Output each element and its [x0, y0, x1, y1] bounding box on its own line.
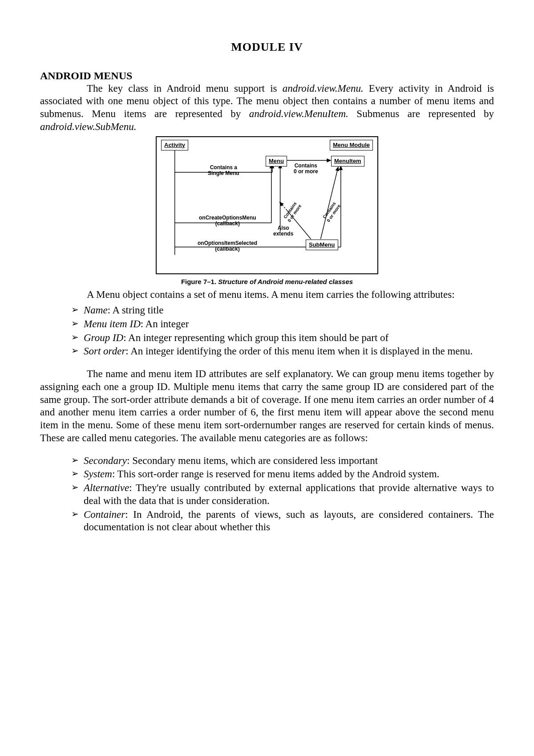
term: System: [84, 468, 112, 480]
term-desc: : They're usually contributed by externa…: [84, 482, 494, 506]
module-title: MODULE IV: [40, 40, 494, 55]
term-desc: : A string title: [108, 305, 164, 316]
term: Sort order: [84, 345, 125, 357]
term: Menu item ID: [84, 318, 141, 329]
term: Group ID: [84, 332, 123, 343]
paragraph-attributes-lead: A Menu object contains a set of menu ite…: [40, 289, 494, 301]
diagram-label: Contains0 or more: [282, 200, 302, 223]
diagram-box-menu: Menu: [266, 156, 287, 167]
diagram-label: onOptionsItemSelected(callback): [198, 240, 257, 253]
diagram-box-menuitem: MenuItem: [331, 156, 364, 167]
figure-caption: Figure 7–1. Structure of Android menu-re…: [181, 278, 353, 286]
diagram-box-activity: Activity: [161, 140, 188, 150]
term: Name: [84, 305, 108, 316]
list-item: System: This sort-order range is reserve…: [71, 468, 494, 481]
list-item: Secondary: Secondary menu items, which a…: [71, 455, 494, 467]
class-name: android.view.Menu.: [283, 83, 364, 94]
class-name: android.view.SubMenu.: [40, 121, 137, 132]
figure-desc: Structure of Android menu-related classe…: [218, 278, 353, 285]
diagram-label: Contains0 or more: [321, 200, 341, 223]
diagram-label: onCreateOptionsMenu(callback): [199, 215, 256, 228]
diagram-label: Alsoextends: [273, 225, 293, 238]
list-item: Menu item ID: An integer: [71, 318, 494, 331]
term-desc: : This sort-order range is reserved for …: [112, 468, 439, 480]
paragraph-categories: The name and menu item ID attributes are…: [40, 368, 494, 445]
svg-line-10: [280, 202, 287, 210]
term: Container: [84, 509, 125, 520]
list-item: Sort order: An integer identifying the o…: [71, 345, 494, 358]
intro-paragraph: The key class in Android menu support is…: [40, 82, 494, 134]
diagram-container: Activity Menu Module Menu MenuItem SubMe…: [156, 136, 378, 274]
attributes-list: Name: A string titleMenu item ID: An int…: [71, 304, 494, 358]
diagram-box-submenu: SubMenu: [306, 240, 338, 250]
diagram-label: Contains0 or more: [294, 163, 318, 175]
text: A Menu object contains a set of menu ite…: [87, 289, 455, 300]
term: Secondary: [84, 455, 127, 466]
diagram-box-menu-module: Menu Module: [330, 140, 373, 150]
section-heading: ANDROID MENUS: [40, 69, 494, 82]
list-item: Alternative: They're usually contributed…: [71, 482, 494, 508]
list-item: Name: A string title: [71, 304, 494, 317]
term-desc: : An integer representing which group th…: [123, 332, 388, 343]
categories-list: Secondary: Secondary menu items, which a…: [71, 455, 494, 534]
figure-label: Figure 7–1.: [181, 278, 218, 285]
figure-diagram: Activity Menu Module Menu MenuItem SubMe…: [40, 136, 494, 286]
text: Submenus are represented by: [348, 108, 494, 119]
text: The key class in Android menu support is: [87, 83, 283, 94]
term-desc: : Secondary menu items, which are consid…: [127, 455, 378, 466]
term-desc: : An integer identifying the order of th…: [125, 345, 473, 357]
term-desc: : An integer: [141, 318, 189, 329]
term-desc: : In Android, the parents of views, such…: [84, 509, 494, 533]
list-item: Container: In Android, the parents of vi…: [71, 508, 494, 534]
term: Alternative: [84, 482, 129, 493]
diagram-label: Contains aSingle Menu: [208, 165, 239, 177]
class-name: android.view.MenuItem.: [249, 108, 348, 119]
list-item: Group ID: An integer representing which …: [71, 332, 494, 345]
text: The name and menu item ID attributes are…: [40, 368, 494, 443]
